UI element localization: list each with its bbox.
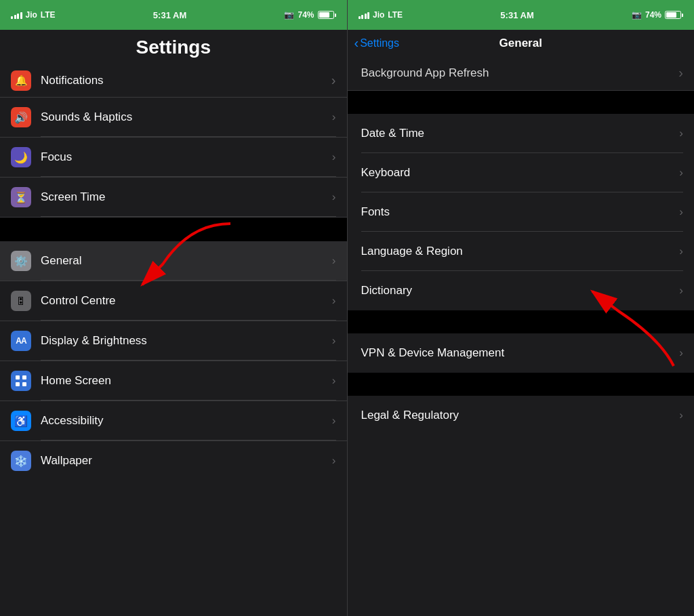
left-status-bar: Jio LTE 5:31 AM 📷 74% <box>0 0 347 30</box>
row-general[interactable]: ⚙️ General › <box>0 241 347 281</box>
home-screen-icon <box>11 371 31 391</box>
display-chevron: › <box>332 334 336 348</box>
svg-rect-1 <box>22 375 26 379</box>
accessibility-chevron: › <box>332 414 336 428</box>
gap-right-3 <box>348 373 695 396</box>
partial-label: Notifications <box>41 74 104 87</box>
row-focus[interactable]: 🌙 Focus › <box>0 138 347 178</box>
gap-1 <box>0 218 347 241</box>
control-centre-icon: 🎛 <box>11 291 31 311</box>
general-label: General <box>41 254 81 268</box>
language-region-label: Language & Region <box>361 245 463 258</box>
accessibility-label: Accessibility <box>41 414 104 428</box>
partial-icon: 🔔 <box>11 70 31 91</box>
battery-pct-right: 74% <box>645 10 661 20</box>
wallpaper-chevron: › <box>332 454 336 468</box>
screen-time-icon: ⏳ <box>11 187 31 207</box>
partial-chevron: › <box>331 73 336 88</box>
right-panel: Jio LTE 5:31 AM 📷 74% ‹ Settings General… <box>348 0 695 616</box>
row-sounds[interactable]: 🔊 Sounds & Haptics › <box>0 98 347 138</box>
back-button[interactable]: ‹ Settings <box>354 36 399 51</box>
row-date-time[interactable]: Date & Time › <box>348 114 695 153</box>
row-dictionary[interactable]: Dictionary › <box>348 271 695 310</box>
display-icon: AA <box>11 331 31 351</box>
accessibility-icon: ♿ <box>11 411 31 431</box>
dictionary-chevron: › <box>679 284 683 297</box>
network-right: LTE <box>388 10 403 20</box>
focus-chevron: › <box>332 150 336 164</box>
general-icon: ⚙️ <box>11 251 31 271</box>
row-home-screen[interactable]: Home Screen › <box>0 361 347 401</box>
left-header: Settings <box>0 30 347 64</box>
fonts-label: Fonts <box>361 205 390 219</box>
left-panel: Jio LTE 5:31 AM 📷 74% Settings 🔔 Notific… <box>0 0 348 616</box>
dictionary-label: Dictionary <box>361 284 413 297</box>
row-display[interactable]: AA Display & Brightness › <box>0 321 347 361</box>
sounds-chevron: › <box>332 110 336 124</box>
group-1: Date & Time › Keyboard › Fonts › Languag… <box>348 114 695 310</box>
left-status-right: 📷 74% <box>284 10 335 20</box>
right-status-right: 📷 74% <box>632 10 683 20</box>
partial-top-row: 🔔 Notifications › <box>0 64 347 98</box>
left-title: Settings <box>11 37 336 58</box>
sounds-label: Sounds & Haptics <box>41 110 132 124</box>
date-time-label: Date & Time <box>361 127 425 140</box>
display-label: Display & Brightness <box>41 334 147 348</box>
vpn-chevron: › <box>679 346 683 360</box>
back-chevron-icon: ‹ <box>354 35 359 51</box>
row-language-region[interactable]: Language & Region › <box>348 232 695 271</box>
right-status-left: Jio LTE <box>359 10 403 20</box>
svg-rect-0 <box>16 375 20 379</box>
row-control-centre[interactable]: 🎛 Control Centre › <box>0 281 347 321</box>
row-screen-time[interactable]: ⏳ Screen Time › <box>0 178 347 218</box>
right-header: ‹ Settings General <box>348 30 695 56</box>
background-app-chevron: › <box>678 65 683 81</box>
right-status-bar: Jio LTE 5:31 AM 📷 74% <box>348 0 695 30</box>
left-scroll[interactable]: 🔔 Notifications › 🔊 Sounds & Haptics › 🌙 <box>0 64 347 616</box>
wallpaper-icon: ❄️ <box>11 451 31 471</box>
keyboard-chevron: › <box>679 166 683 180</box>
battery-icon-right <box>665 11 683 19</box>
row-wallpaper[interactable]: ❄️ Wallpaper › <box>0 441 347 480</box>
wallpaper-label: Wallpaper <box>41 454 92 468</box>
general-chevron: › <box>332 254 336 268</box>
right-title: General <box>499 37 542 50</box>
signal-icon <box>11 11 22 19</box>
battery-pct-left: 74% <box>298 10 314 20</box>
language-region-chevron: › <box>679 245 683 258</box>
svg-rect-3 <box>22 382 26 386</box>
background-app-label: Background App Refresh <box>361 66 489 80</box>
svg-rect-2 <box>16 382 20 386</box>
screen-time-chevron: › <box>332 190 336 204</box>
row-fonts[interactable]: Fonts › <box>348 192 695 232</box>
vpn-label: VPN & Device Management <box>361 346 505 360</box>
gap-right-1 <box>348 91 695 114</box>
row-keyboard[interactable]: Keyboard › <box>348 153 695 192</box>
right-scroll[interactable]: Background App Refresh › Date & Time › K… <box>348 56 695 616</box>
focus-label: Focus <box>41 150 72 164</box>
fonts-chevron: › <box>679 205 683 219</box>
home-screen-chevron: › <box>332 374 336 388</box>
back-label: Settings <box>360 37 399 49</box>
battery-icon-left <box>318 11 336 19</box>
row-background-app-refresh[interactable]: Background App Refresh › <box>348 56 695 91</box>
left-status-left: Jio LTE <box>11 10 56 20</box>
time-right: 5:31 AM <box>500 10 533 20</box>
home-screen-label: Home Screen <box>41 374 111 388</box>
gap-right-2 <box>348 310 695 333</box>
signal-icon-right <box>359 11 370 19</box>
camera-icon-right: 📷 <box>632 10 642 20</box>
legal-label: Legal & Regulatory <box>361 409 460 422</box>
group-2: VPN & Device Management › <box>348 333 695 373</box>
carrier-left: Jio <box>26 10 37 20</box>
row-accessibility[interactable]: ♿ Accessibility › <box>0 401 347 441</box>
row-legal[interactable]: Legal & Regulatory › <box>348 396 695 435</box>
control-centre-label: Control Centre <box>41 294 116 308</box>
screen-time-label: Screen Time <box>41 190 105 204</box>
network-left: LTE <box>41 10 56 20</box>
focus-icon: 🌙 <box>11 147 31 167</box>
row-vpn[interactable]: VPN & Device Management › <box>348 333 695 373</box>
carrier-right: Jio <box>373 10 384 20</box>
sounds-icon: 🔊 <box>11 107 31 127</box>
camera-icon: 📷 <box>284 10 294 20</box>
